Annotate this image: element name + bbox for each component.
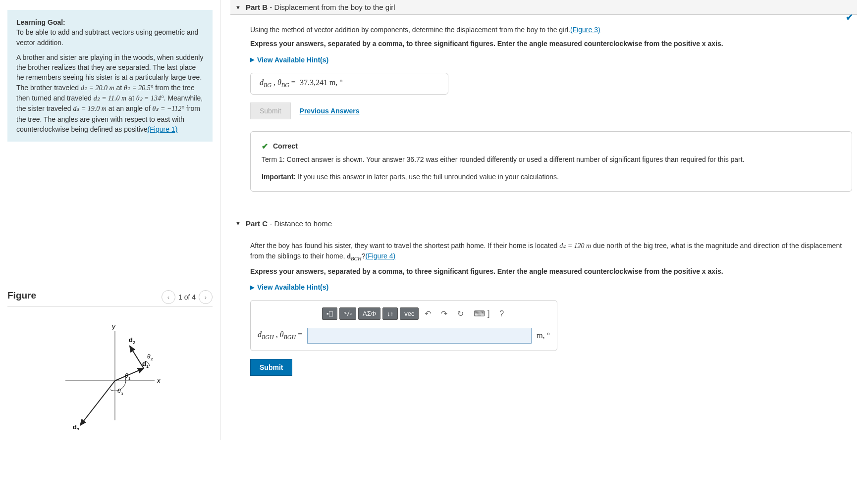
part-c-header[interactable]: ▼ Part C - Distance to home bbox=[230, 216, 857, 231]
vector-tool-button[interactable]: vec bbox=[400, 307, 419, 320]
keyboard-icon[interactable]: ⌨ ] bbox=[470, 308, 493, 319]
part-c-answer-input[interactable] bbox=[307, 328, 532, 344]
figure-1-link[interactable]: (Figure 1) bbox=[148, 125, 178, 133]
view-hints-c[interactable]: ▶ View Available Hint(s) bbox=[250, 283, 852, 291]
fraction-tool-icon[interactable]: ▪⎕ bbox=[322, 307, 337, 320]
redo-icon[interactable]: ↷ bbox=[437, 308, 451, 319]
collapse-icon: ▼ bbox=[235, 4, 241, 10]
part-c-answer-field: ▪⎕ ⁿ√▫ ΑΣΦ ↓↑ vec ↶ ↷ ↻ ⌨ ] ? dBGH , θBG… bbox=[250, 300, 557, 351]
svg-text:2: 2 bbox=[133, 340, 135, 345]
svg-text:3: 3 bbox=[121, 392, 123, 396]
part-b-header[interactable]: ▼ Part B - Displacement from the boy to … bbox=[230, 0, 857, 15]
svg-text:x: x bbox=[157, 377, 161, 384]
greek-tool-button[interactable]: ΑΣΦ bbox=[358, 307, 380, 320]
feedback-box: ✔Correct Term 1: Correct answer is shown… bbox=[250, 131, 852, 192]
subscript-tool-icon[interactable]: ↓↑ bbox=[382, 307, 398, 320]
part-c-units: m, ° bbox=[537, 331, 550, 340]
expand-icon: ▶ bbox=[250, 284, 254, 291]
expand-icon: ▶ bbox=[250, 56, 254, 63]
figure-prev-button[interactable]: ‹ bbox=[162, 290, 175, 304]
check-icon: ✔ bbox=[846, 12, 853, 23]
svg-text:2: 2 bbox=[151, 357, 153, 361]
figure-heading: Figure ‹ 1 of 4 › bbox=[7, 290, 213, 301]
collapse-icon: ▼ bbox=[235, 220, 241, 226]
part-c-prompt: After the boy has found his sister, they… bbox=[250, 241, 852, 262]
figure-4-link[interactable]: (Figure 4) bbox=[366, 252, 396, 260]
part-b-answer-display: dBG , θBG = 37.3,241 m, ° bbox=[250, 73, 448, 95]
part-b-prompt: Using the method of vector addition by c… bbox=[250, 25, 852, 35]
svg-text:3: 3 bbox=[77, 427, 79, 430]
reset-icon[interactable]: ↻ bbox=[453, 308, 468, 319]
svg-line-14 bbox=[80, 381, 115, 425]
previous-answers-link[interactable]: Previous Answers bbox=[300, 107, 360, 115]
root-tool-icon[interactable]: ⁿ√▫ bbox=[339, 307, 357, 320]
svg-text:1: 1 bbox=[128, 376, 131, 381]
part-c-variable-label: dBGH , θBGH = bbox=[258, 330, 302, 341]
feedback-text: Term 1: Correct answer is shown. Your an… bbox=[262, 154, 841, 165]
svg-text:d: d bbox=[129, 336, 133, 344]
figure-counter: 1 of 4 bbox=[178, 293, 196, 301]
part-b-instructions: Express your answers, separated by a com… bbox=[250, 39, 852, 49]
svg-text:θ: θ bbox=[117, 388, 121, 395]
goal-heading: Learning Goal: bbox=[16, 17, 204, 27]
figure-next-button[interactable]: › bbox=[199, 290, 213, 304]
divider bbox=[7, 306, 213, 306]
learning-goal-box: Learning Goal: To be able to add and sub… bbox=[7, 10, 213, 142]
view-hints-b[interactable]: ▶ View Available Hint(s) bbox=[250, 56, 852, 64]
check-icon: ✔ bbox=[262, 141, 268, 152]
undo-icon[interactable]: ↶ bbox=[421, 308, 435, 319]
svg-text:θ: θ bbox=[147, 353, 151, 360]
help-icon[interactable]: ? bbox=[495, 308, 508, 319]
svg-line-9 bbox=[130, 346, 144, 368]
submit-button-c[interactable]: Submit bbox=[250, 359, 292, 376]
svg-text:d: d bbox=[73, 423, 77, 430]
goal-text-1: To be able to add and subtract vectors u… bbox=[16, 27, 204, 48]
figure-1-diagram: x y d1 θ1 d2 θ2 d3 θ3 bbox=[46, 321, 174, 430]
submit-button-b: Submit bbox=[250, 102, 291, 119]
figure-3-link[interactable]: (Figure 3) bbox=[570, 26, 600, 34]
part-c-instructions: Express your answers, separated by a com… bbox=[250, 266, 852, 276]
goal-problem-text: A brother and sister are playing in the … bbox=[16, 52, 204, 134]
svg-text:y: y bbox=[111, 323, 116, 330]
svg-text:1: 1 bbox=[146, 364, 149, 369]
svg-text:θ: θ bbox=[125, 372, 128, 379]
